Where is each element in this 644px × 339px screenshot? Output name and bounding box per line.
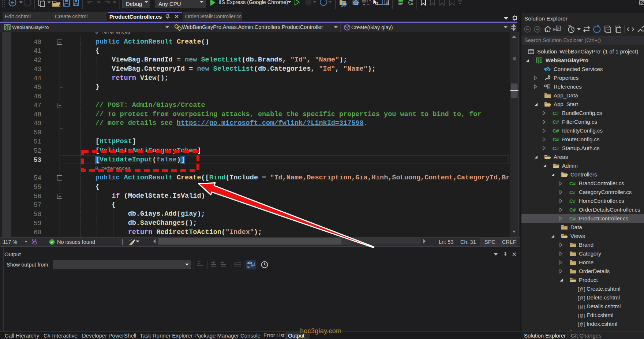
- svg-text:C#: C#: [569, 207, 576, 213]
- svg-text:C#: C#: [569, 198, 576, 204]
- svg-text:[@]: [@]: [577, 287, 585, 292]
- svg-text:[@]: [@]: [577, 295, 585, 301]
- svg-text:c: c: [247, 264, 250, 269]
- svg-text:C#: C#: [569, 181, 576, 186]
- svg-text:C#: C#: [553, 111, 559, 116]
- svg-text:[@]: [@]: [577, 304, 585, 309]
- svg-text:C#: C#: [553, 146, 559, 151]
- svg-text:C#: C#: [553, 128, 559, 134]
- svg-text:C#: C#: [569, 216, 576, 221]
- svg-text:[@]: [@]: [577, 313, 585, 318]
- svg-text:C#: C#: [553, 137, 559, 142]
- svg-text:[@]: [@]: [577, 322, 585, 327]
- svg-text:C#: C#: [569, 190, 576, 195]
- svg-text:C#: C#: [553, 119, 559, 125]
